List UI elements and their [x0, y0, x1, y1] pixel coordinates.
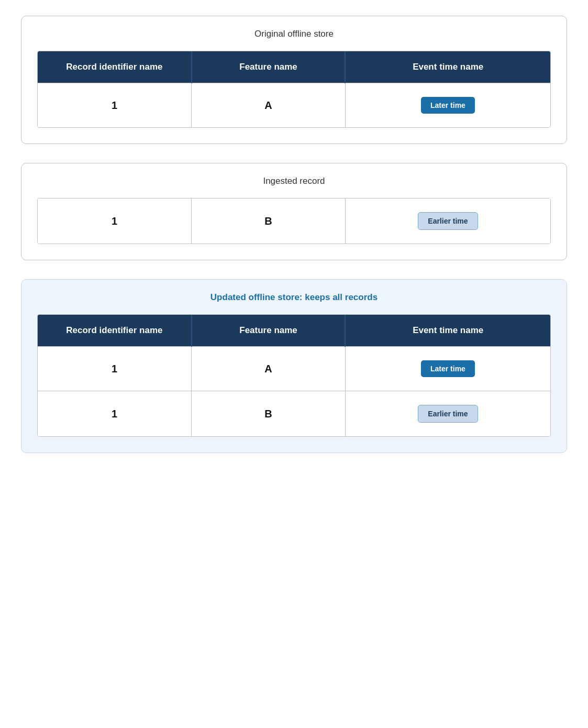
ingested-record-section: Ingested record 1 B Earlier time [21, 163, 567, 260]
table-row: 1 A Later time [38, 83, 550, 128]
ingested-table-wrapper: 1 B Earlier time [37, 198, 551, 244]
ingested-row1-feature: B [192, 198, 346, 244]
updated-header-record: Record identifier name [38, 315, 192, 347]
ingested-row1-record: 1 [38, 198, 192, 244]
updated-row1-event: Later time [345, 347, 550, 391]
original-offline-store-section: Original offline store Record identifier… [21, 16, 567, 144]
updated-offline-store-section: Updated offline store: keeps all records… [21, 279, 567, 453]
ingested-table: 1 B Earlier time [38, 198, 550, 244]
original-table-header-row: Record identifier name Feature name Even… [38, 51, 550, 83]
original-table-wrapper: Record identifier name Feature name Even… [37, 51, 551, 128]
ingested-row1-event: Earlier time [345, 198, 550, 244]
later-time-badge: Later time [421, 97, 475, 114]
ingested-section-title: Ingested record [37, 176, 551, 186]
table-row: 1 B Earlier time [38, 198, 550, 244]
table-row: 1 A Later time [38, 347, 550, 391]
original-row1-record: 1 [38, 83, 192, 128]
original-row1-event: Later time [345, 83, 550, 128]
later-time-badge-2: Later time [421, 360, 475, 377]
updated-section-title: Updated offline store: keeps all records [37, 292, 551, 303]
updated-row1-feature: A [192, 347, 346, 391]
original-header-feature: Feature name [192, 51, 346, 83]
updated-header-event: Event time name [345, 315, 550, 347]
original-header-event: Event time name [345, 51, 550, 83]
updated-table-header-row: Record identifier name Feature name Even… [38, 315, 550, 347]
updated-table-wrapper: Record identifier name Feature name Even… [37, 314, 551, 437]
updated-row2-feature: B [192, 391, 346, 437]
updated-row2-event: Earlier time [345, 391, 550, 437]
original-row1-feature: A [192, 83, 346, 128]
original-section-title: Original offline store [37, 29, 551, 39]
table-row: 1 B Earlier time [38, 391, 550, 437]
updated-table: Record identifier name Feature name Even… [38, 315, 550, 436]
earlier-time-badge-2: Earlier time [418, 405, 478, 423]
updated-row2-record: 1 [38, 391, 192, 437]
updated-row1-record: 1 [38, 347, 192, 391]
original-header-record: Record identifier name [38, 51, 192, 83]
earlier-time-badge: Earlier time [418, 212, 478, 230]
original-table: Record identifier name Feature name Even… [38, 51, 550, 127]
updated-header-feature: Feature name [192, 315, 346, 347]
